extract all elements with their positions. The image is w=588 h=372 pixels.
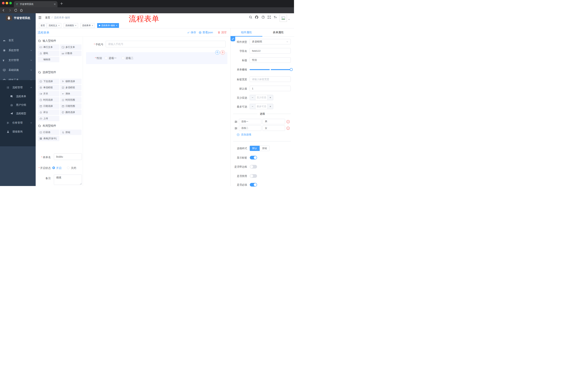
status-off-radio[interactable]	[67, 167, 70, 169]
form-name-input[interactable]	[54, 153, 82, 160]
sidebar-logo[interactable]: 芋道管理系统	[0, 13, 36, 23]
widget-delete-button[interactable]	[220, 50, 225, 55]
min-select-value[interactable]: 至少应选	[255, 95, 268, 100]
gender-option2-label[interactable]: 选项二	[126, 56, 134, 60]
new-tab-button[interactable]	[60, 2, 63, 5]
sidebar-item-infra[interactable]: 基础设施	[0, 65, 36, 75]
palette-item-switch[interactable]: 开关	[38, 91, 59, 96]
save-button[interactable]: 保存	[187, 31, 196, 34]
sidebar-item-process-model[interactable]: 流程模型	[0, 109, 36, 118]
palette-item-date-range[interactable]: 日期范围	[60, 103, 82, 109]
textarea-resize-handle[interactable]	[80, 183, 82, 185]
minus-button[interactable]	[250, 104, 255, 109]
option-drag-handle-icon[interactable]	[234, 120, 238, 123]
view-json-button[interactable]: 查看json	[199, 31, 213, 34]
palette-item-cascader[interactable]: 级联选择	[60, 79, 82, 84]
palette-item-single-text[interactable]: 单行文本	[38, 44, 59, 50]
field-name-input[interactable]	[250, 48, 291, 53]
gender-option1-checkbox[interactable]	[105, 57, 107, 59]
github-icon[interactable]	[255, 15, 258, 19]
palette-item-rate[interactable]: 评分	[38, 110, 59, 115]
sidebar-item-leave-query[interactable]: 请假查询	[0, 127, 36, 137]
default-value-input[interactable]	[250, 86, 291, 91]
tag-close-icon[interactable]	[116, 25, 117, 26]
border-toggle[interactable]	[250, 165, 257, 169]
back-icon[interactable]	[2, 9, 5, 12]
style-button-button[interactable]: 按钮	[260, 146, 270, 151]
sidebar-item-task-mgmt[interactable]: 任务管理	[0, 118, 36, 128]
palette-item-radio-group[interactable]: 单选框组	[38, 85, 59, 90]
font-size-icon[interactable]	[273, 15, 277, 19]
tag-close-icon[interactable]	[75, 25, 76, 26]
option1-value-input[interactable]	[262, 119, 285, 124]
close-window-button[interactable]	[2, 2, 5, 4]
status-on-radio[interactable]	[52, 167, 55, 169]
sidebar-item-process-mgmt[interactable]: 流程管理	[0, 83, 36, 92]
user-avatar[interactable]	[280, 15, 287, 22]
sidebar-fold-icon[interactable]	[38, 16, 42, 19]
tab-form-props[interactable]: 表单属性	[262, 28, 294, 36]
palette-item-color-picker[interactable]: 颜色选择	[60, 110, 82, 115]
palette-item-button[interactable]: 按钮	[60, 130, 82, 135]
disabled-toggle[interactable]	[250, 174, 257, 178]
palette-item-checkbox-group[interactable]: 多选框组	[60, 85, 82, 90]
slider-thumb[interactable]	[290, 68, 293, 71]
tag-close-icon[interactable]	[92, 25, 93, 26]
show-label-toggle[interactable]	[250, 156, 257, 159]
option2-value-input[interactable]	[262, 125, 285, 131]
gender-option1-label[interactable]: 选项一	[109, 56, 117, 60]
sidebar-item-system[interactable]: 系统管理	[0, 46, 36, 55]
minus-button[interactable]	[250, 95, 255, 100]
palette-item-table[interactable]: 表格[开发中]	[38, 136, 59, 141]
clear-button[interactable]: 清空	[218, 31, 227, 34]
palette-item-select[interactable]: 下拉选择	[38, 79, 59, 84]
maximize-window-button[interactable]	[9, 2, 12, 4]
option-drag-handle-icon[interactable]	[234, 127, 238, 130]
palette-item-password[interactable]: 密码	[38, 51, 59, 56]
tag-process-form-edit[interactable]: 流程表单-编辑	[97, 23, 119, 28]
add-option-button[interactable]: 添加选项	[237, 133, 251, 136]
home-icon[interactable]	[20, 9, 23, 12]
label-width-input[interactable]	[250, 76, 291, 82]
palette-item-time-range[interactable]: 时间范围	[60, 97, 82, 103]
plus-button[interactable]	[268, 95, 273, 100]
avatar-caret-icon[interactable]: ▾	[289, 18, 289, 20]
remark-textarea[interactable]: 嘿嘿	[54, 175, 82, 185]
max-select-value[interactable]: 最多可选	[255, 104, 268, 109]
palette-item-slider[interactable]: 滑块	[60, 91, 82, 96]
sidebar-item-user-group[interactable]: 用户分组	[0, 100, 36, 110]
sidebar-item-process-form[interactable]: 流程表单	[0, 92, 36, 101]
status-on-label[interactable]: 开启	[56, 166, 62, 170]
form-canvas[interactable]: *手机号 *性别 选项一 选项二	[83, 37, 230, 186]
tag-process-definition[interactable]: 流程定义	[47, 23, 61, 28]
breadcrumb-home[interactable]: 首页	[45, 16, 50, 19]
min-select-stepper[interactable]: 至少应选	[250, 95, 273, 100]
sidebar-item-home[interactable]: 首页	[0, 36, 36, 45]
tag-process-form[interactable]: 流程表单	[80, 23, 95, 28]
palette-item-date-picker[interactable]: 日期选择	[38, 103, 59, 109]
help-icon[interactable]	[262, 15, 265, 19]
component-type-select[interactable]: 多选框组	[250, 39, 291, 44]
option-style-segmented[interactable]: 默认 按钮	[250, 146, 270, 151]
phone-input[interactable]	[106, 41, 226, 47]
browser-tab[interactable]: 芋道管理系统	[14, 1, 57, 7]
palette-item-editor[interactable]: 编辑器	[38, 57, 59, 62]
palette-item-row-container[interactable]: 行容器	[38, 130, 59, 135]
required-toggle[interactable]	[250, 183, 257, 186]
tab-component-props[interactable]: 组件属性	[231, 28, 262, 36]
search-icon[interactable]	[249, 15, 252, 19]
grid-slider[interactable]	[250, 69, 291, 70]
max-select-stepper[interactable]: 最多可选	[250, 104, 273, 109]
palette-item-time-picker[interactable]: 时间选择	[38, 97, 59, 103]
tag-home[interactable]: 首页	[39, 23, 47, 28]
status-off-label[interactable]: 关闭	[71, 166, 76, 170]
option1-label-input[interactable]	[239, 119, 262, 124]
tab-close-icon[interactable]	[54, 3, 56, 5]
tag-process-model[interactable]: 流程模型	[64, 23, 78, 28]
palette-item-counter[interactable]: 123 计数器	[60, 51, 82, 56]
fullscreen-icon[interactable]	[267, 15, 271, 19]
plus-button[interactable]	[268, 104, 273, 109]
remove-option-button[interactable]	[286, 127, 290, 130]
reload-icon[interactable]	[14, 9, 18, 12]
sidebar-item-payment[interactable]: ¥ 支付管理	[0, 55, 36, 65]
